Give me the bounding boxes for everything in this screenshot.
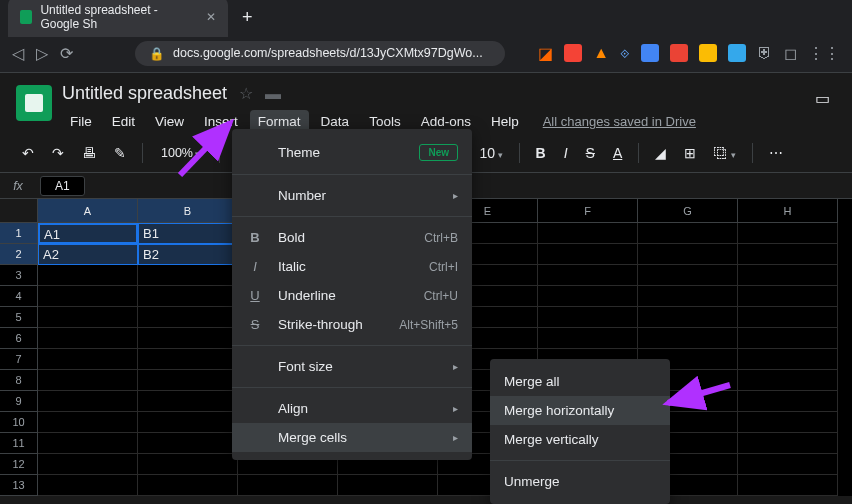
cell[interactable] [538,244,638,265]
cell[interactable] [638,286,738,307]
star-icon[interactable]: ☆ [239,84,253,103]
row-header[interactable]: 3 [0,265,38,286]
cell[interactable] [138,412,238,433]
shield-icon[interactable]: ⛨ [757,44,773,62]
format-italic[interactable]: I Italic Ctrl+I [232,252,472,281]
cell[interactable] [738,223,838,244]
row-header[interactable]: 1 [0,223,38,244]
format-strike[interactable]: S Strike-through Alt+Shift+5 [232,310,472,339]
sheets-logo[interactable] [16,85,52,121]
cell[interactable] [738,454,838,475]
cell[interactable] [138,265,238,286]
ext-icon[interactable]: ◪ [538,44,553,63]
bold-icon[interactable]: B [530,141,552,165]
ext-icon[interactable] [564,44,582,62]
cell[interactable] [638,307,738,328]
paint-icon[interactable]: ✎ [108,141,132,165]
format-fontsize[interactable]: Font size ▸ [232,352,472,381]
browser-tab[interactable]: Untitled spreadsheet - Google Sh ✕ [8,0,228,37]
cell[interactable] [738,475,838,496]
col-header[interactable]: F [538,199,638,223]
cell[interactable] [538,307,638,328]
new-tab-button[interactable]: + [234,7,261,28]
cell[interactable] [338,475,438,496]
format-underline[interactable]: U Underline Ctrl+U [232,281,472,310]
cell[interactable] [138,349,238,370]
cell[interactable] [538,328,638,349]
cell[interactable] [538,265,638,286]
format-align[interactable]: Align ▸ [232,394,472,423]
cell[interactable] [738,433,838,454]
menu-icon[interactable]: ⋮⋮ [808,44,840,63]
format-number[interactable]: Number ▸ [232,181,472,210]
comment-icon[interactable]: ▭ [809,83,836,114]
col-header[interactable]: G [638,199,738,223]
borders-icon[interactable]: ⊞ [678,141,702,165]
cell[interactable] [538,286,638,307]
cell[interactable] [638,223,738,244]
row-header[interactable]: 7 [0,349,38,370]
menu-view[interactable]: View [147,110,192,133]
font-size-select[interactable]: 10 [474,141,509,165]
cell[interactable] [138,286,238,307]
col-header[interactable]: H [738,199,838,223]
cell[interactable] [138,475,238,496]
folder-icon[interactable]: ▬ [265,85,281,103]
cell[interactable] [738,391,838,412]
cell[interactable]: A1 [38,223,138,244]
cell[interactable] [638,265,738,286]
ext-icon[interactable]: ⟐ [620,44,630,62]
row-header[interactable]: 10 [0,412,38,433]
row-header[interactable]: 9 [0,391,38,412]
cell[interactable] [138,328,238,349]
undo-icon[interactable]: ↶ [16,141,40,165]
cell[interactable] [38,475,138,496]
cell[interactable] [638,244,738,265]
cell[interactable] [138,433,238,454]
cell[interactable] [38,433,138,454]
menu-help[interactable]: Help [483,110,527,133]
close-icon[interactable]: ✕ [206,10,216,24]
cell[interactable] [738,349,838,370]
reload-icon[interactable]: ⟳ [60,44,73,63]
cell[interactable] [38,265,138,286]
text-color-icon[interactable]: A [607,141,628,165]
unmerge[interactable]: Unmerge [490,467,670,496]
more-icon[interactable]: ⋯ [763,141,789,165]
cell[interactable] [138,391,238,412]
redo-icon[interactable]: ↷ [46,141,70,165]
cell[interactable] [38,391,138,412]
ext-icon[interactable]: ▲ [593,44,609,62]
print-icon[interactable]: 🖶 [76,141,102,165]
ext-icon[interactable] [641,44,659,62]
cell[interactable] [38,454,138,475]
format-merge-cells[interactable]: Merge cells ▸ [232,423,472,452]
cell[interactable] [738,286,838,307]
cell[interactable] [538,223,638,244]
cell[interactable]: A2 [38,244,138,265]
merge-horizontally[interactable]: Merge horizontally [490,396,670,425]
col-header[interactable]: B [138,199,238,223]
cell[interactable] [38,370,138,391]
ext-icon[interactable] [699,44,717,62]
row-header[interactable]: 6 [0,328,38,349]
row-header[interactable]: 5 [0,307,38,328]
cell[interactable] [38,412,138,433]
cell[interactable] [738,370,838,391]
format-bold[interactable]: B Bold Ctrl+B [232,223,472,252]
doc-title[interactable]: Untitled spreadsheet [62,83,227,104]
ext-icon[interactable] [728,44,746,62]
merge-all[interactable]: Merge all [490,367,670,396]
cell[interactable] [238,475,338,496]
ext-icon[interactable] [670,44,688,62]
row-header[interactable]: 11 [0,433,38,454]
row-header[interactable]: 12 [0,454,38,475]
cell[interactable] [738,265,838,286]
format-theme[interactable]: Theme New [232,137,472,168]
profile-icon[interactable]: ◻ [784,44,797,63]
zoom-select[interactable]: 100% [153,142,209,164]
row-header[interactable]: 4 [0,286,38,307]
merge-icon[interactable]: ⿻ [708,141,742,165]
cell[interactable] [738,328,838,349]
cell[interactable] [138,454,238,475]
